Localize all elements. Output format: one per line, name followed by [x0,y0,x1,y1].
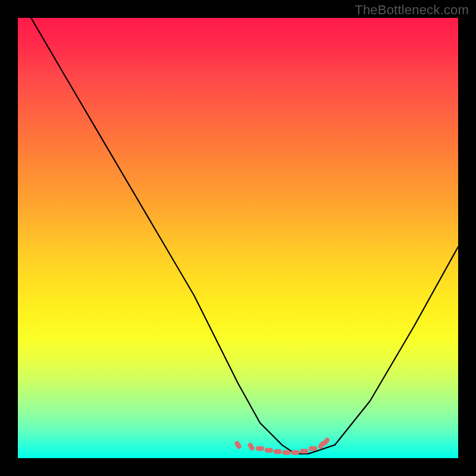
main-curve [31,18,458,454]
curve-layer [18,18,458,458]
svg-rect-0 [234,440,242,450]
svg-rect-8 [309,446,317,451]
watermark-text: TheBottleneck.com [355,2,469,18]
chart-frame [0,0,476,476]
svg-rect-4 [274,449,282,454]
plot-area [18,18,458,458]
svg-rect-3 [265,448,273,453]
svg-rect-5 [282,450,290,455]
svg-rect-2 [256,446,264,451]
svg-rect-1 [247,442,255,452]
svg-rect-7 [300,449,308,453]
svg-rect-6 [291,450,299,455]
